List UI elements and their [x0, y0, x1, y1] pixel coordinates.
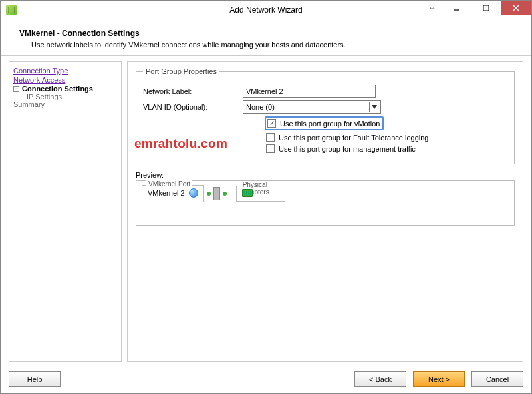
ft-row: Use this port group for Fault Tolerance … — [266, 133, 507, 142]
globe-icon — [189, 188, 198, 198]
next-button[interactable]: Next > — [413, 371, 465, 387]
wizard-footer: Help < Back Next > Cancel — [9, 371, 523, 387]
collapse-icon[interactable]: − — [13, 86, 19, 92]
titlebar: Add Network Wizard ↔ — [1, 1, 531, 19]
wizard-header: VMkernel - Connection Settings Use netwo… — [1, 19, 531, 56]
mgmt-label: Use this port group for management traff… — [279, 145, 416, 153]
back-button[interactable]: < Back — [354, 371, 406, 387]
cancel-button[interactable]: Cancel — [471, 371, 523, 387]
vmk-legend: VMkernel Port — [146, 180, 192, 188]
nic-icon — [242, 189, 253, 197]
step-ip-settings: IP Settings — [27, 93, 62, 100]
vlan-label: VLAN ID (Optional): — [143, 103, 243, 111]
mgmt-row: Use this port group for management traff… — [266, 144, 507, 153]
move-window-icon[interactable]: ↔ — [424, 1, 441, 15]
chevron-down-icon — [369, 102, 379, 112]
step-connection-type[interactable]: Connection Type — [13, 66, 117, 75]
main-panel: Port Group Properties Network Label: VLA… — [127, 61, 523, 362]
close-button[interactable] — [501, 1, 531, 15]
vmotion-label: Use this port group for vMotion — [280, 120, 380, 128]
network-label-row: Network Label: — [143, 85, 507, 98]
window-controls: ↔ — [424, 1, 531, 15]
preview-label: Preview: — [136, 171, 515, 179]
wizard-body: Connection Type Network Access − Connect… — [1, 56, 531, 367]
page-title: VMkernel - Connection Settings — [19, 29, 513, 38]
step-connection-settings-row: − Connection Settings — [13, 85, 117, 93]
wizard-steps-sidebar: Connection Type Network Access − Connect… — [9, 61, 122, 362]
step-network-access[interactable]: Network Access — [13, 75, 117, 85]
page-subtitle: Use network labels to identify VMkernel … — [31, 41, 513, 49]
watermark-text: emrahtolu.com — [134, 136, 227, 151]
help-button[interactable]: Help — [9, 371, 61, 387]
vlan-row: VLAN ID (Optional): None (0) — [143, 100, 507, 114]
connector-dot-icon — [223, 192, 227, 196]
svg-rect-1 — [483, 5, 489, 11]
vmotion-highlight: Use this port group for vMotion — [265, 116, 384, 130]
network-label-input[interactable] — [243, 85, 376, 98]
vlan-select[interactable]: None (0) — [243, 100, 381, 114]
vmk-name: VMkernel 2 — [148, 189, 185, 197]
connector-dot-icon — [207, 192, 211, 196]
vsphere-icon — [6, 5, 17, 15]
ft-checkbox[interactable] — [266, 133, 275, 142]
minimize-button[interactable] — [441, 1, 471, 15]
maximize-button[interactable] — [471, 1, 501, 15]
vlan-selected-value: None (0) — [246, 103, 275, 111]
vmotion-checkbox[interactable] — [267, 119, 276, 128]
ft-label: Use this port group for Fault Tolerance … — [279, 134, 428, 142]
vmkernel-port-group: VMkernel Port VMkernel 2 — [142, 185, 204, 202]
step-connection-settings: Connection Settings — [22, 85, 93, 93]
window-title: Add Network Wizard — [229, 5, 302, 15]
preview-box: VMkernel Port VMkernel 2 Physical Adapte… — [136, 180, 515, 226]
network-label-label: Network Label: — [143, 87, 243, 95]
port-group-legend: Port Group Properties — [143, 67, 219, 75]
wizard-window: Add Network Wizard ↔ VMkernel - Connecti… — [0, 0, 532, 394]
physical-adapters-group: Physical Adapters vmnic1 — [236, 186, 286, 202]
vswitch-icon — [213, 187, 220, 200]
topology: VMkernel Port VMkernel 2 Physical Adapte… — [142, 185, 509, 202]
step-summary: Summary — [13, 100, 117, 108]
mgmt-checkbox[interactable] — [266, 144, 275, 153]
